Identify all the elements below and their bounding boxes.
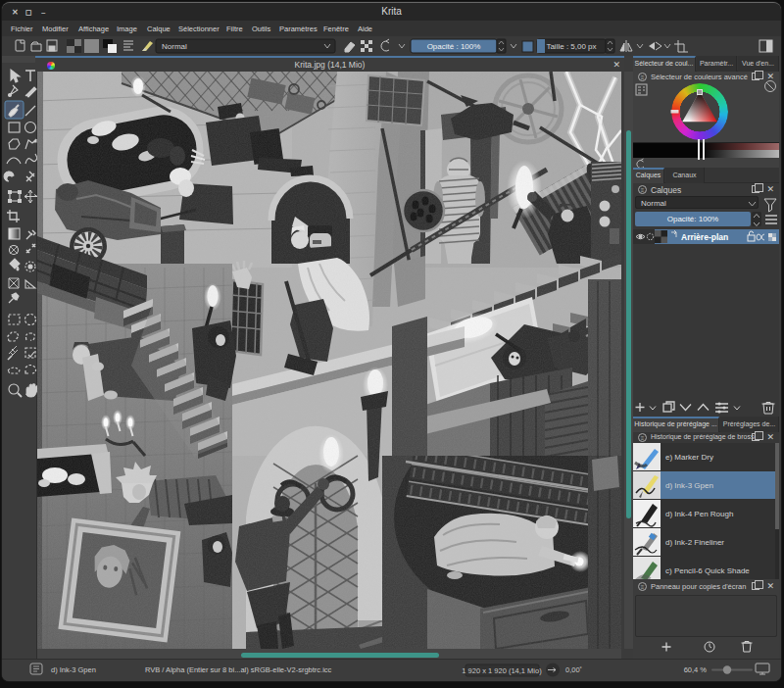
svg-text:RVB / Alpha (Entier sur 8 bi..: RVB / Alpha (Entier sur 8 bi...al) sRGB-…: [145, 665, 332, 674]
svg-text:60,4 %: 60,4 %: [684, 665, 708, 674]
svg-text:Arrière-plan: Arrière-plan: [681, 232, 728, 242]
svg-text:0,00˚: 0,00˚: [565, 665, 582, 674]
svg-text:1 920 x 1 920 (14,1 Mio): 1 920 x 1 920 (14,1 Mio): [462, 666, 542, 675]
svg-text:Normal: Normal: [162, 42, 187, 51]
svg-text:Opacité : 100%: Opacité : 100%: [427, 42, 481, 51]
svg-text:Taille : 5,00 px: Taille : 5,00 px: [546, 42, 596, 51]
svg-text:d) Ink-3 Gpen: d) Ink-3 Gpen: [51, 665, 96, 674]
